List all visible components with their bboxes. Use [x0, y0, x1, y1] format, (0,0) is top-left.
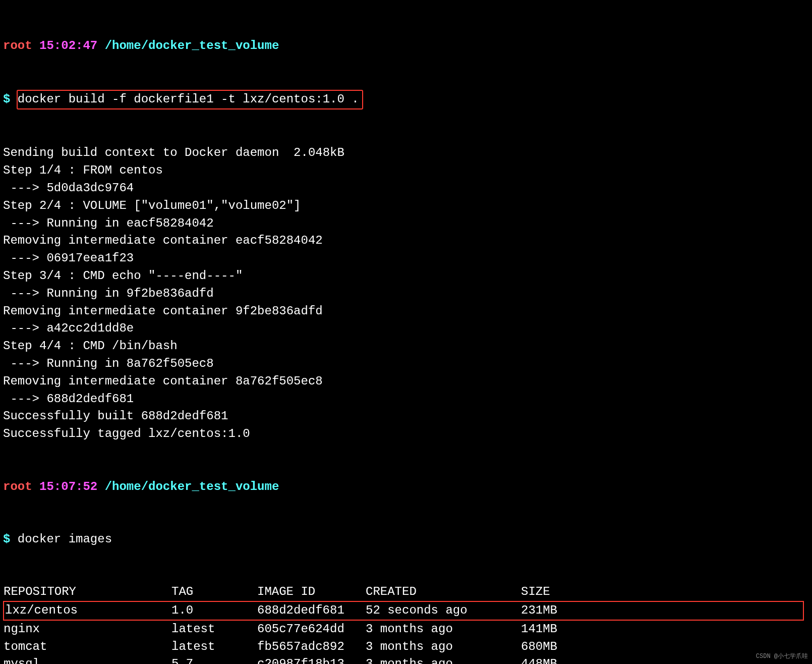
prompt-time: 15:07:52 [39, 480, 97, 493]
prompt-user: root [3, 39, 32, 52]
prompt-time: 15:02:47 [39, 39, 97, 52]
output-line: Successfully built 688d2dedf681 [3, 408, 803, 425]
output-line: ---> Running in eacf58284042 [3, 215, 803, 233]
output-line: ---> 06917eea1f23 [3, 250, 803, 267]
prompt-path: /home/docker_test_volume [105, 480, 279, 493]
cell-repository: lxz/centos [4, 601, 171, 620]
output-line: ---> Running in 9f2be836adfd [3, 285, 803, 303]
highlighted-command: docker build -f dockerfile1 -t lxz/cento… [17, 90, 363, 109]
col-created: CREATED [366, 583, 521, 601]
cell-created: 52 seconds ago [366, 601, 521, 620]
cell-tag: latest [171, 620, 257, 638]
output-line: Removing intermediate container 9f2be836… [3, 303, 803, 320]
cell-size: 141MB [521, 620, 803, 638]
table-row: tomcatlatestfb5657adc8923 months ago680M… [4, 638, 803, 656]
table-row: lxz/centos1.0688d2dedf68152 seconds ago2… [4, 601, 803, 620]
prompt-user: root [3, 480, 32, 493]
table-row: nginxlatest605c77e624dd3 months ago141MB [4, 620, 803, 638]
command-text: docker build -f dockerfile1 -t lxz/cento… [18, 92, 359, 106]
cell-tag: 1.0 [171, 601, 257, 620]
cell-created: 3 months ago [366, 620, 521, 638]
output-line: Step 3/4 : CMD echo "----end----" [3, 267, 803, 285]
prompt-dollar: $ [3, 92, 10, 106]
col-repository: REPOSITORY [4, 583, 171, 601]
cell-size: 231MB [521, 601, 803, 620]
cell-image-id: c20987f18b13 [257, 655, 366, 664]
prompt-dollar: $ [3, 532, 10, 546]
watermark: CSDN @小七学爪哇 [756, 652, 808, 661]
prompt-line-1: root 15:02:47 /home/docker_test_volume [3, 37, 803, 55]
cell-tag: latest [171, 638, 257, 656]
output-line: ---> 5d0da3dc9764 [3, 180, 803, 197]
command-text: docker images [18, 532, 112, 546]
cell-image-id: fb5657adc892 [257, 638, 366, 656]
col-tag: TAG [171, 583, 257, 601]
cell-repository: mysql [4, 655, 171, 664]
cell-image-id: 688d2dedf681 [257, 601, 366, 620]
col-image-id: IMAGE ID [257, 583, 366, 601]
output-line: ---> a42cc2d1dd8e [3, 320, 803, 338]
build-output: Sending build context to Docker daemon 2… [3, 144, 803, 443]
output-line: Sending build context to Docker daemon 2… [3, 144, 803, 162]
command-line-2: $ docker images [3, 531, 803, 548]
cell-image-id: 605c77e624dd [257, 620, 366, 638]
output-line: ---> Running in 8a762f505ec8 [3, 355, 803, 373]
output-line: Step 1/4 : FROM centos [3, 162, 803, 180]
table-row: mysql5.7c20987f18b133 months ago448MB [4, 655, 803, 664]
cell-created: 3 months ago [366, 638, 521, 656]
images-table: REPOSITORY TAG IMAGE ID CREATED SIZE lxz… [3, 583, 804, 664]
cell-repository: tomcat [4, 638, 171, 656]
output-line: ---> 688d2dedf681 [3, 391, 803, 408]
col-size: SIZE [521, 583, 803, 601]
cell-created: 3 months ago [366, 655, 521, 664]
images-header-row: REPOSITORY TAG IMAGE ID CREATED SIZE [4, 583, 803, 601]
prompt-path: /home/docker_test_volume [105, 39, 279, 52]
output-line: Removing intermediate container 8a762f50… [3, 373, 803, 391]
output-line: Step 4/4 : CMD /bin/bash [3, 338, 803, 355]
output-line: Removing intermediate container eacf5828… [3, 232, 803, 250]
command-line-1: $ docker build -f dockerfile1 -t lxz/cen… [3, 90, 803, 109]
terminal[interactable]: root 15:02:47 /home/docker_test_volume $… [0, 0, 806, 664]
prompt-line-2: root 15:07:52 /home/docker_test_volume [3, 478, 803, 496]
output-line: Step 2/4 : VOLUME ["volume01","volume02"… [3, 197, 803, 215]
cell-tag: 5.7 [171, 655, 257, 664]
output-line: Successfully tagged lxz/centos:1.0 [3, 425, 803, 443]
cell-repository: nginx [4, 620, 171, 638]
